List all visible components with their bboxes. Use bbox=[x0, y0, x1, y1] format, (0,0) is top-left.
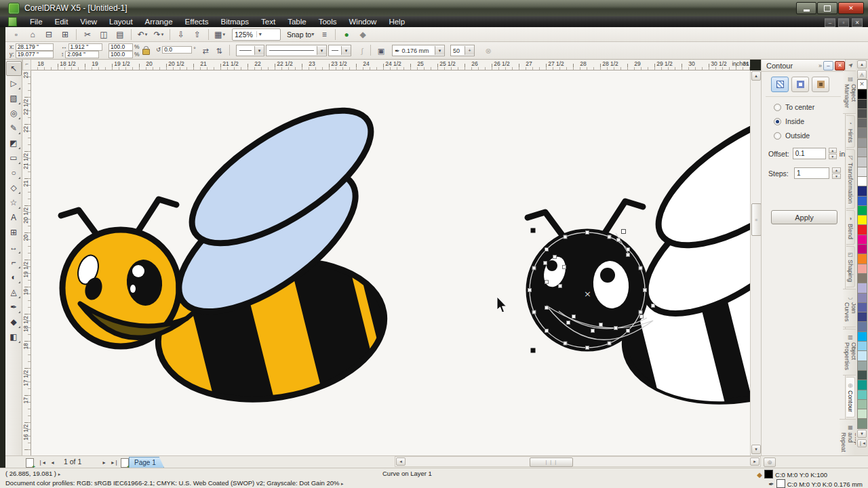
docker-tab-hints[interactable]: ◔Hints bbox=[846, 115, 855, 148]
color-swatch[interactable] bbox=[857, 157, 867, 167]
crop-tool[interactable]: ▧ bbox=[6, 91, 22, 106]
color-swatch[interactable] bbox=[857, 99, 867, 109]
color-swatch[interactable] bbox=[857, 224, 867, 235]
horizontal-scroll-thumb[interactable]: ❘❘❘ bbox=[530, 458, 573, 467]
ellipse-tool[interactable]: ○ bbox=[6, 165, 22, 180]
interactive-fill-tool[interactable]: ◧ bbox=[6, 329, 22, 344]
close-button[interactable]: ✕ bbox=[838, 2, 864, 14]
color-swatch[interactable] bbox=[857, 293, 867, 303]
paste-button[interactable]: ▤ bbox=[113, 28, 127, 41]
color-swatch[interactable] bbox=[857, 167, 867, 177]
connector-tool[interactable]: ⌐ bbox=[6, 255, 22, 270]
save-button[interactable]: ⊟ bbox=[41, 28, 56, 41]
pick-tool[interactable]: ↖ bbox=[6, 61, 22, 76]
color-swatch[interactable] bbox=[857, 399, 867, 409]
copy-button[interactable]: ◫ bbox=[96, 28, 111, 41]
color-swatch[interactable] bbox=[857, 176, 867, 186]
scroll-up-button[interactable]: ▴ bbox=[751, 71, 761, 81]
next-page-button[interactable]: ▸ bbox=[99, 458, 109, 467]
radio-inside[interactable]: Inside bbox=[774, 117, 845, 125]
blend-tool[interactable]: ◐ bbox=[6, 270, 22, 285]
inside-contour-button[interactable] bbox=[791, 77, 809, 92]
menu-help[interactable]: Help bbox=[382, 17, 411, 26]
mirror-horizontal-button[interactable]: ⇄ bbox=[199, 45, 212, 57]
docker-tab-transformation[interactable]: ◹Transformation bbox=[846, 149, 855, 209]
menu-tools[interactable]: Tools bbox=[313, 17, 343, 26]
apply-button[interactable]: Apply bbox=[771, 210, 837, 224]
lock-ratio-button[interactable] bbox=[142, 49, 150, 55]
offset-field[interactable]: 0.1 bbox=[793, 148, 826, 159]
color-swatch[interactable] bbox=[857, 244, 867, 254]
scroll-left-button[interactable]: ◂ bbox=[396, 458, 406, 466]
menu-text[interactable]: Text bbox=[255, 17, 281, 26]
application-launcher-button[interactable]: ▦▾ bbox=[212, 28, 227, 41]
mdi-minimize-button[interactable]: – bbox=[825, 18, 835, 27]
color-swatch[interactable] bbox=[857, 127, 867, 138]
snap-to-dropdown[interactable]: Snap to ▾ bbox=[285, 29, 316, 40]
shape-tool[interactable]: ▷ bbox=[6, 76, 22, 91]
x-position-field[interactable]: 28.179 " bbox=[16, 43, 54, 51]
text-tool[interactable]: A bbox=[6, 210, 22, 225]
color-swatch[interactable] bbox=[857, 118, 867, 128]
outline-pen-tool[interactable]: ✒ bbox=[6, 300, 22, 314]
print-button[interactable]: ⊞ bbox=[58, 28, 73, 41]
menu-edit[interactable]: Edit bbox=[49, 17, 75, 26]
close-curve-button[interactable]: ∫ bbox=[355, 45, 369, 57]
mdi-close-button[interactable]: ✕ bbox=[852, 18, 863, 27]
add-page-button[interactable] bbox=[26, 458, 34, 468]
wrap-text-button[interactable]: ▣ bbox=[374, 45, 388, 57]
zoom-level-dropdown[interactable]: 125%▾ bbox=[232, 28, 281, 41]
outside-contour-button[interactable] bbox=[812, 77, 829, 92]
menu-window[interactable]: Window bbox=[342, 17, 382, 26]
docker-close-button[interactable]: ✕ bbox=[835, 61, 845, 70]
add-page-button-2[interactable] bbox=[121, 458, 129, 468]
redo-button[interactable]: ↷▾ bbox=[151, 28, 166, 41]
arrowhead-end-dropdown[interactable]: ▾ bbox=[328, 45, 351, 56]
color-swatch[interactable] bbox=[857, 350, 867, 361]
mirror-vertical-button[interactable]: ⇅ bbox=[212, 45, 226, 57]
line-style-dropdown[interactable]: ▾ bbox=[266, 45, 327, 56]
menu-view[interactable]: View bbox=[74, 17, 103, 26]
rotation-angle-field[interactable]: 0.0 bbox=[162, 46, 192, 54]
open-button[interactable]: ⌂ bbox=[25, 28, 40, 41]
menu-bitmaps[interactable]: Bitmaps bbox=[214, 17, 255, 26]
export-button[interactable]: ⇧ bbox=[190, 28, 205, 41]
palette-scroll-down-button[interactable]: ▾ bbox=[857, 430, 867, 438]
color-swatch[interactable] bbox=[857, 321, 867, 331]
bee-artwork-silhouette[interactable] bbox=[528, 87, 750, 436]
drawing-canvas[interactable]: × bbox=[31, 70, 750, 455]
scroll-right-button[interactable]: ▸ bbox=[750, 458, 760, 466]
menu-table[interactable]: Table bbox=[281, 17, 313, 26]
color-swatch-none[interactable]: ✕ bbox=[857, 79, 867, 89]
previous-page-button[interactable]: ◂ bbox=[47, 458, 58, 467]
fill-tool[interactable]: ◆ bbox=[6, 314, 22, 329]
color-swatch[interactable] bbox=[857, 409, 867, 419]
color-swatch[interactable] bbox=[857, 215, 867, 225]
docker-minimize-button[interactable]: – bbox=[823, 61, 833, 70]
docker-chevron[interactable]: » bbox=[818, 62, 822, 69]
steps-spinner[interactable]: ▲▼ bbox=[832, 167, 841, 179]
options-button[interactable]: ≡ bbox=[317, 28, 332, 41]
offset-spinner[interactable]: ▲▼ bbox=[829, 148, 837, 159]
zoom-tool[interactable]: ◎ bbox=[6, 106, 22, 121]
color-swatch[interactable] bbox=[857, 196, 867, 206]
arrowhead-start-dropdown[interactable]: ▾ bbox=[236, 45, 264, 56]
color-swatch[interactable] bbox=[857, 273, 867, 283]
steps-docker-field[interactable]: 1 bbox=[794, 167, 829, 179]
color-swatch[interactable] bbox=[857, 390, 867, 400]
rectangle-tool[interactable]: ▭ bbox=[6, 150, 22, 165]
scale-v-field[interactable]: 100.0 bbox=[108, 51, 133, 58]
cut-button[interactable]: ✂ bbox=[80, 28, 95, 41]
minimize-button[interactable] bbox=[796, 2, 816, 14]
color-swatch[interactable] bbox=[857, 418, 867, 428]
color-swatch[interactable] bbox=[857, 312, 867, 322]
menu-layout[interactable]: Layout bbox=[103, 17, 139, 26]
palette-eyedropper-icon[interactable]: ◬ bbox=[857, 70, 867, 79]
dimension-tool[interactable]: ↔ bbox=[6, 240, 22, 255]
last-page-button[interactable]: ▸❘ bbox=[110, 458, 120, 467]
color-swatch[interactable] bbox=[857, 370, 867, 380]
basic-shapes-tool[interactable]: ☆ bbox=[6, 195, 22, 210]
bee-artwork-colored[interactable] bbox=[61, 85, 443, 430]
ruler-origin-button[interactable]: ⌐ bbox=[22, 60, 31, 70]
vertical-scroll-thumb[interactable]: ≡ bbox=[751, 203, 762, 236]
